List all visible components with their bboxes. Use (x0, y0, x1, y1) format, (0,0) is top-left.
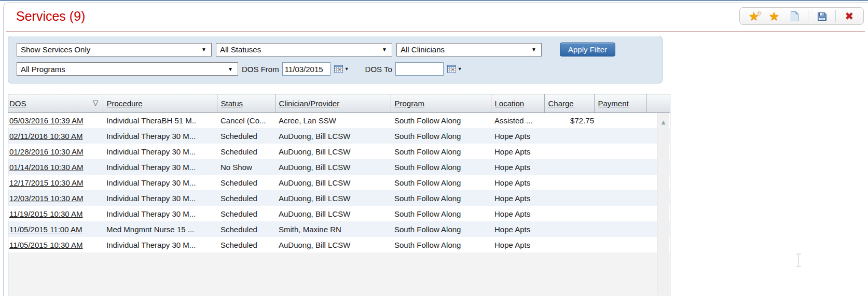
table-row[interactable]: 11/05/2015 10:30 AMIndividual Therapy 30… (8, 237, 670, 252)
header-toolbar: ★ + ★ (739, 7, 864, 25)
dos-link[interactable]: 11/05/2015 11:00 AM (9, 225, 82, 234)
column-header-dos[interactable]: DOS▽ (8, 94, 103, 112)
cell-payment (594, 144, 646, 159)
cell-clinician: AuDuong, Bill LCSW (275, 159, 391, 175)
cell-status: Cancel (Co... (217, 112, 275, 128)
column-header-payment[interactable]: Payment (594, 94, 646, 112)
cell-dos[interactable]: 11/05/2015 11:00 AM (8, 221, 103, 237)
cell-procedure: Individual TheraBH 51 M.. (103, 112, 217, 128)
cell-procedure: Individual Therapy 30 M... (103, 206, 217, 221)
cell-clinician: Smith, Maxine RN (275, 221, 391, 237)
cell-charge (544, 144, 594, 159)
cell-program: South Follow Along (391, 206, 491, 221)
cell-payment (594, 190, 646, 206)
table-row[interactable]: 12/03/2015 10:30 AMIndividual Therapy 30… (8, 190, 670, 206)
cell-payment (594, 112, 646, 128)
cell-location: Hope Apts (491, 128, 544, 144)
status-select[interactable]: All Statuses ▼ (216, 43, 392, 57)
new-document-icon[interactable] (788, 9, 801, 23)
dos-link[interactable]: 01/14/2016 10:30 AM (9, 163, 84, 172)
cell-procedure: Individual Therapy 30 M... (103, 190, 217, 206)
apply-filter-button[interactable]: Apply Filter (560, 43, 615, 57)
cell-payment (594, 128, 646, 144)
scroll-up-arrow[interactable]: ▲ (657, 119, 669, 125)
cell-charge (544, 128, 594, 144)
application-window: Services (9) ★ + ★ (0, 0, 868, 296)
close-icon[interactable]: ✖ (843, 9, 856, 23)
cell-dos[interactable]: 11/19/2015 10:30 AM (8, 206, 103, 221)
table-row[interactable]: 12/17/2015 10:30 AMIndividual Therapy 30… (8, 175, 670, 190)
cell-charge (544, 206, 594, 221)
dos-to-calendar-button[interactable]: ▼ (447, 65, 462, 73)
column-header-charge[interactable]: Charge (544, 94, 594, 112)
cell-status: Scheduled (217, 190, 275, 206)
cell-program: South Follow Along (391, 237, 491, 252)
column-header-location[interactable]: Location (491, 94, 544, 112)
cell-location: Hope Apts (491, 159, 544, 175)
chevron-down-icon: ▼ (345, 66, 349, 72)
cell-dos[interactable]: 05/03/2016 10:39 AM (8, 112, 103, 128)
calendar-icon (447, 65, 457, 73)
dos-from-calendar-button[interactable]: ▼ (334, 65, 349, 73)
cell-payment (594, 206, 646, 221)
toolbar-separator (835, 10, 836, 22)
table-row[interactable]: 11/19/2015 10:30 AMIndividual Therapy 30… (8, 206, 670, 221)
dos-link[interactable]: 05/03/2016 10:39 AM (9, 116, 84, 125)
cell-charge (544, 190, 594, 206)
cell-dos[interactable]: 12/17/2015 10:30 AM (8, 175, 103, 190)
save-icon[interactable] (815, 9, 829, 23)
favorite-icon[interactable]: ★ (767, 9, 781, 23)
cell-program: South Follow Along (391, 159, 491, 175)
cell-clinician: AuDuong, Bill LCSW (275, 144, 391, 159)
dos-link[interactable]: 12/03/2015 10:30 AM (9, 194, 84, 203)
dos-from-input[interactable] (282, 62, 330, 76)
table-row[interactable]: 01/28/2016 10:30 AMIndividual Therapy 30… (8, 144, 670, 159)
column-header-procedure[interactable]: Procedure (103, 94, 217, 112)
dos-link[interactable]: 02/11/2016 10:30 AM (9, 132, 83, 140)
cell-procedure: Individual Therapy 30 M... (103, 128, 217, 144)
cell-dos[interactable]: 12/03/2015 10:30 AM (8, 190, 103, 206)
cell-status: Scheduled (217, 206, 275, 221)
cell-dos[interactable]: 01/28/2016 10:30 AM (8, 144, 103, 159)
cell-clinician: AuDuong, Bill LCSW (275, 128, 391, 144)
services-table-panel: DOS▽ProcedureStatusClinician/ProviderPro… (8, 94, 670, 296)
chevron-down-icon: ▼ (531, 47, 536, 52)
dos-link[interactable]: 11/19/2015 10:30 AM (9, 209, 83, 218)
cell-dos[interactable]: 11/05/2015 10:30 AM (8, 237, 103, 252)
dos-to-input[interactable] (395, 62, 444, 76)
column-header-filler (646, 94, 670, 112)
program-select[interactable]: All Programs ▼ (17, 62, 238, 76)
clinician-select[interactable]: All Clinicians ▼ (396, 43, 542, 57)
cell-location: Hope Apts (491, 190, 544, 206)
vertical-scrollbar[interactable]: ▲ (657, 113, 669, 295)
cell-location: Hope Apts (491, 221, 544, 237)
column-header-program[interactable]: Program (391, 94, 491, 112)
table-row[interactable]: 02/11/2016 10:30 AMIndividual Therapy 30… (8, 128, 670, 144)
cell-program: South Follow Along (391, 175, 491, 190)
cell-program: South Follow Along (391, 190, 491, 206)
dos-link[interactable]: 11/05/2015 10:30 AM (9, 241, 83, 249)
service-type-select[interactable]: Show Services Only ▼ (17, 43, 212, 57)
cell-charge (544, 221, 594, 237)
table-row[interactable]: 05/03/2016 10:39 AMIndividual TheraBH 51… (8, 112, 670, 128)
dos-to-label: DOS To (365, 65, 392, 74)
favorite-add-icon[interactable]: ★ + (747, 9, 761, 23)
cell-clinician: Acree, Lan SSW (275, 112, 391, 128)
table-row[interactable]: 01/14/2016 10:30 AMIndividual Therapy 30… (8, 159, 670, 175)
cell-clinician: AuDuong, Bill LCSW (275, 206, 391, 221)
cell-payment (594, 159, 646, 175)
cell-location: Hope Apts (491, 237, 544, 252)
cell-status: Scheduled (217, 221, 275, 237)
table-row[interactable]: 11/05/2015 11:00 AMMed Mngmnt Nurse 15 .… (8, 221, 670, 237)
dos-link[interactable]: 12/17/2015 10:30 AM (9, 178, 84, 187)
dos-link[interactable]: 01/28/2016 10:30 AM (9, 147, 84, 156)
sort-indicator-icon: ▽ (93, 98, 99, 107)
cell-program: South Follow Along (391, 221, 491, 237)
title-divider (6, 31, 865, 32)
chevron-down-icon: ▼ (458, 66, 462, 72)
column-header-clinician-provider[interactable]: Clinician/Provider (275, 94, 391, 112)
cell-status: Scheduled (217, 144, 275, 159)
cell-dos[interactable]: 01/14/2016 10:30 AM (8, 159, 103, 175)
column-header-status[interactable]: Status (217, 94, 275, 112)
cell-dos[interactable]: 02/11/2016 10:30 AM (8, 128, 103, 144)
